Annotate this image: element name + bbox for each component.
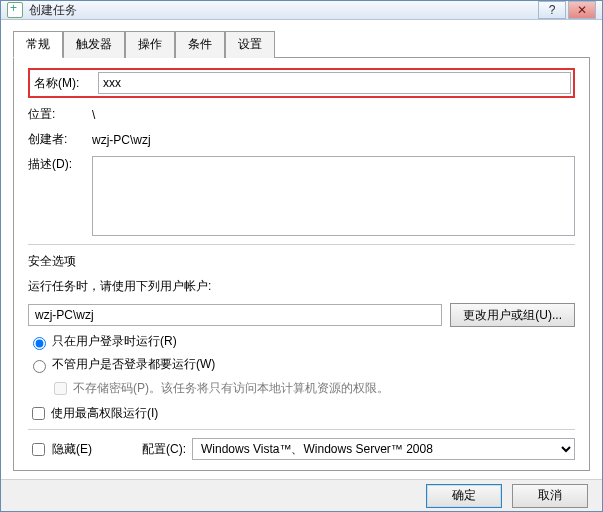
name-row-highlight: 名称(M): [28, 68, 575, 98]
user-account-display: wzj-PC\wzj [28, 304, 442, 326]
radio-always-row: 不管用户是否登录都要运行(W) [28, 356, 575, 373]
close-button[interactable]: ✕ [568, 1, 596, 19]
tab-label: 操作 [138, 37, 162, 51]
separator [28, 429, 575, 430]
cancel-button[interactable]: 取消 [512, 484, 588, 508]
separator [28, 244, 575, 245]
security-header: 安全选项 [28, 253, 575, 270]
tab-label: 设置 [238, 37, 262, 51]
hidden-label: 隐藏(E) [52, 441, 92, 458]
tab-label: 条件 [188, 37, 212, 51]
button-label: 更改用户或组(U)... [463, 308, 562, 322]
change-user-button[interactable]: 更改用户或组(U)... [450, 303, 575, 327]
tab-triggers[interactable]: 触发器 [63, 31, 125, 58]
location-value: \ [92, 108, 95, 122]
radio-always[interactable] [33, 360, 46, 373]
name-input[interactable] [98, 72, 571, 94]
radio-logged-on-label: 只在用户登录时运行(R) [52, 333, 177, 350]
highest-priv-label: 使用最高权限运行(I) [51, 405, 158, 422]
radio-logged-on[interactable] [33, 337, 46, 350]
configure-label: 配置(C): [142, 441, 186, 458]
tab-label: 触发器 [76, 37, 112, 51]
location-label: 位置: [28, 106, 92, 123]
app-icon [7, 2, 23, 18]
name-label: 名称(M): [34, 75, 98, 92]
button-label: 确定 [452, 488, 476, 502]
radio-logged-on-row: 只在用户登录时运行(R) [28, 333, 575, 350]
description-label: 描述(D): [28, 156, 92, 173]
window-title: 创建任务 [29, 2, 77, 19]
help-button[interactable]: ? [538, 1, 566, 19]
create-task-dialog: 创建任务 ? ✕ 常规 触发器 操作 条件 设置 名称(M): 位置: \ 创建… [0, 0, 603, 512]
description-row: 描述(D): [28, 156, 575, 236]
tab-general[interactable]: 常规 [13, 31, 63, 58]
creator-row: 创建者: wzj-PC\wzj [28, 131, 575, 148]
tab-conditions[interactable]: 条件 [175, 31, 225, 58]
location-row: 位置: \ [28, 106, 575, 123]
bottom-row: 隐藏(E) 配置(C): Windows Vista™、Windows Serv… [28, 438, 575, 460]
radio-always-label: 不管用户是否登录都要运行(W) [52, 356, 215, 373]
checkbox-nostore [54, 382, 67, 395]
checkbox-highest-priv[interactable] [32, 407, 45, 420]
dialog-footer: 确定 取消 [1, 479, 602, 511]
ok-button[interactable]: 确定 [426, 484, 502, 508]
checkbox-hidden[interactable] [32, 443, 45, 456]
highest-priv-row: 使用最高权限运行(I) [28, 404, 575, 423]
description-input[interactable] [92, 156, 575, 236]
titlebar: 创建任务 ? ✕ [1, 1, 602, 20]
creator-value: wzj-PC\wzj [92, 133, 151, 147]
creator-label: 创建者: [28, 131, 92, 148]
configure-select[interactable]: Windows Vista™、Windows Server™ 2008 [192, 438, 575, 460]
user-account-row: wzj-PC\wzj 更改用户或组(U)... [28, 303, 575, 327]
runas-text: 运行任务时，请使用下列用户帐户: [28, 278, 575, 295]
tab-actions[interactable]: 操作 [125, 31, 175, 58]
tab-panel-general: 名称(M): 位置: \ 创建者: wzj-PC\wzj 描述(D): 安全选项… [13, 57, 590, 471]
tab-label: 常规 [26, 37, 50, 51]
window-buttons: ? ✕ [536, 1, 596, 19]
nostore-label: 不存储密码(P)。该任务将只有访问本地计算机资源的权限。 [73, 380, 389, 397]
nostore-row: 不存储密码(P)。该任务将只有访问本地计算机资源的权限。 [50, 379, 575, 398]
tab-settings[interactable]: 设置 [225, 31, 275, 58]
tab-strip: 常规 触发器 操作 条件 设置 [13, 30, 590, 57]
button-label: 取消 [538, 488, 562, 502]
content-area: 常规 触发器 操作 条件 设置 名称(M): 位置: \ 创建者: wzj-PC… [1, 20, 602, 479]
